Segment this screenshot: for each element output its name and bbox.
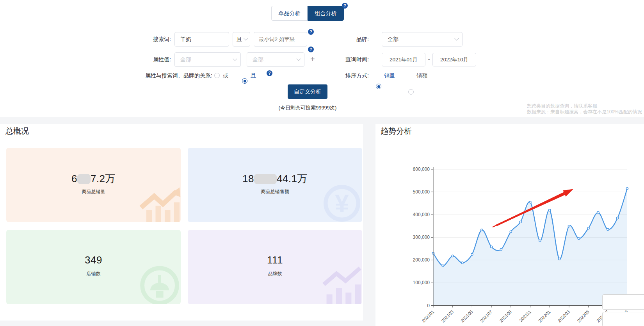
svg-text:202203: 202203 [557, 309, 571, 323]
chevron-down-icon [233, 56, 237, 61]
sort-qty-radio[interactable] [376, 84, 381, 89]
svg-text:202201: 202201 [537, 309, 551, 323]
word-connector-value: 且 [237, 36, 244, 43]
notice-line-2: 数据来源：来自标题搜索，会存在不是100%匹配的情况 [527, 109, 642, 115]
attribute-select-2-value: 全部 [253, 56, 297, 63]
relation-and-label[interactable]: 且 [251, 71, 256, 80]
stat-card-total-revenue: 1844.1万 商品总销售额 ¥ [188, 148, 362, 222]
overview-panel: 总概况 67.2万 商品总销量 1844.1万 商品总销售额 ¥ 349 店铺数 [0, 124, 363, 321]
trend-panel: 趋势分析 0100,000200,000300,000400,000500,00… [375, 124, 644, 326]
stat-card-brand-count: 111 品牌数 [188, 230, 362, 304]
notice-line-1: 想跨类目的数据查询，请联系客服 [527, 103, 642, 109]
chevron-down-icon [296, 56, 301, 61]
attribute-select-2[interactable]: 全部 [247, 52, 304, 67]
chevron-down-icon [454, 36, 459, 40]
plus-icon[interactable]: + [310, 52, 315, 67]
svg-text:500,000: 500,000 [413, 189, 430, 195]
brand-select[interactable]: 全部 [382, 32, 463, 47]
query-time-label: 查询时间: [328, 52, 369, 67]
brand-select-value: 全部 [388, 36, 455, 43]
sort-qty-label[interactable]: 销量 [384, 71, 395, 80]
sort-amount-radio[interactable] [408, 89, 414, 95]
relation-or-label[interactable]: 或 [223, 71, 228, 80]
shop-icon [136, 261, 181, 304]
floating-widget-top[interactable] [602, 294, 644, 310]
help-icon[interactable]: ? [267, 70, 272, 76]
relation-or-radio[interactable] [214, 73, 220, 78]
stat-card-total-sales: 67.2万 商品总销量 [6, 148, 181, 222]
trend-up-icon [139, 182, 181, 222]
attribute-label: 属性值: [129, 52, 171, 67]
tab-combo-analysis[interactable]: 组合分析 [308, 6, 344, 21]
svg-text:200,000: 200,000 [413, 257, 430, 263]
attribute-select-1-value: 全部 [180, 56, 233, 63]
svg-text:400,000: 400,000 [413, 212, 430, 217]
blur-mask [77, 174, 91, 184]
relation-and-radio[interactable] [242, 78, 247, 84]
svg-text:0: 0 [427, 303, 430, 308]
help-icon[interactable]: ? [308, 29, 314, 35]
date-start-input[interactable] [382, 53, 425, 66]
relation-label: 属性与搜索词、品牌的关系: [145, 71, 212, 80]
custom-analysis-button[interactable]: 自定义分析 [288, 84, 327, 99]
svg-text:202105: 202105 [460, 309, 474, 323]
brand-label: 品牌: [328, 32, 369, 47]
search-term-label: 搜索词: [129, 32, 171, 47]
tab-single-analysis[interactable]: 单品分析 [271, 6, 308, 21]
svg-text:202103: 202103 [440, 309, 454, 323]
svg-text:202111: 202111 [518, 309, 532, 322]
help-icon[interactable]: ? [342, 3, 348, 9]
word-connector-select[interactable]: 且 [233, 32, 250, 47]
svg-text:600,000: 600,000 [413, 167, 430, 172]
date-end-input[interactable] [432, 53, 476, 66]
svg-text:202109: 202109 [499, 309, 513, 323]
help-icon[interactable]: ? [308, 47, 314, 52]
svg-text:100,000: 100,000 [413, 280, 430, 285]
floating-widget-bottom[interactable] [602, 312, 644, 326]
svg-text:202107: 202107 [479, 309, 493, 323]
blur-mask [254, 174, 277, 184]
attribute-select-1[interactable]: 全部 [174, 52, 241, 67]
min-word-input[interactable] [254, 32, 307, 47]
sort-label: 排序方式: [328, 71, 369, 80]
stat-card-shop-count: 349 店铺数 [6, 230, 181, 304]
overview-title: 总概况 [5, 126, 29, 136]
yen-circle-icon: ¥ [319, 181, 362, 222]
data-source-notice: 想跨类目的数据查询，请联系客服 数据来源：来自标题搜索，会存在不是100%匹配的… [527, 103, 642, 115]
date-separator: - [426, 53, 432, 66]
svg-text:202101: 202101 [421, 309, 435, 323]
svg-text:¥: ¥ [335, 189, 349, 218]
bar-chart-icon [319, 263, 362, 304]
svg-text:300,000: 300,000 [413, 235, 430, 240]
chevron-down-icon [244, 36, 248, 40]
svg-text:202205: 202205 [576, 309, 590, 323]
query-form-section: 单品分析 组合分析 ? 搜索词: 且 ? 品牌: 全部 属性值: 全部 全部 +… [0, 0, 644, 117]
search-term-input[interactable] [174, 32, 229, 47]
sort-amount-label[interactable]: 销额 [416, 71, 427, 80]
quota-note: (今日剩余可搜索99999次) [249, 104, 366, 111]
